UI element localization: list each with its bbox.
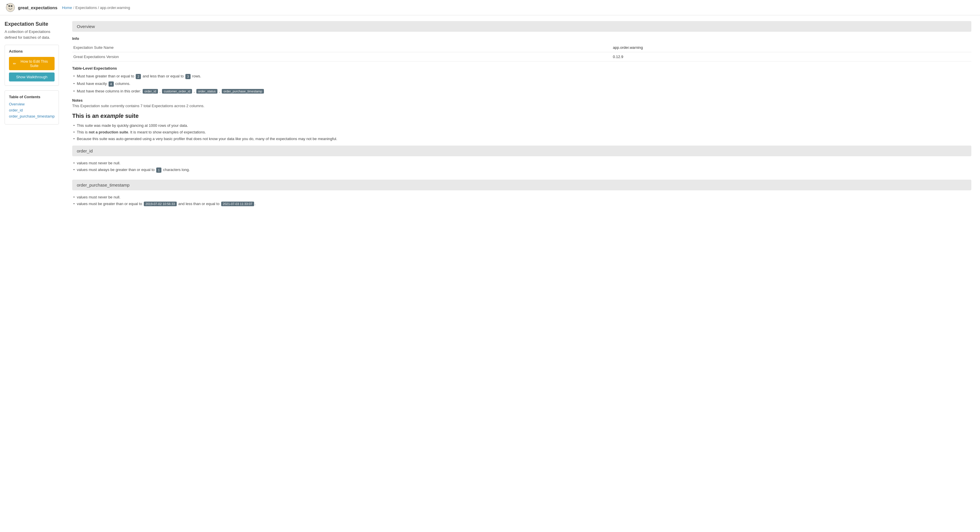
example-list: This suite was made by quickly glancing … bbox=[72, 122, 971, 142]
info-label: Info bbox=[72, 37, 971, 41]
toc-item-order-id[interactable]: order_id bbox=[9, 108, 54, 112]
table-row: Great Expectations Version 0.12.9 bbox=[72, 52, 971, 62]
svg-point-2 bbox=[11, 5, 13, 7]
badge-date-start: 2019-07-02 10:56:33 bbox=[144, 202, 177, 206]
main-content: Overview Info Expectation Suite Name app… bbox=[64, 15, 980, 532]
badge-4: 4 bbox=[108, 81, 114, 87]
ge-version-key: Great Expectations Version bbox=[72, 52, 612, 62]
order-purchase-timestamp-list: values must never be null. values must b… bbox=[72, 194, 971, 207]
toc-box: Table of Contents Overview order_id orde… bbox=[5, 91, 59, 124]
toc-item-order-purchase-timestamp[interactable]: order_purchase_timestamp bbox=[9, 114, 54, 118]
logo-icon bbox=[6, 3, 15, 12]
toc-item-overview[interactable]: Overview bbox=[9, 102, 54, 106]
list-item: values must never be null. bbox=[72, 160, 971, 166]
sidebar-title: Expectation Suite bbox=[5, 21, 59, 27]
order-id-list: values must never be null. values must a… bbox=[72, 160, 971, 174]
edit-suite-label: How to Edit This Suite bbox=[18, 59, 51, 68]
example-title: This is an example suite bbox=[72, 113, 971, 119]
badge-customer-order-id: customer_order_id bbox=[162, 89, 192, 94]
badge-date-end: 2021-07-03 11:33:07 bbox=[221, 202, 254, 206]
order-purchase-timestamp-header: order_purchase_timestamp bbox=[72, 180, 971, 190]
breadcrumb-home[interactable]: Home bbox=[62, 5, 72, 10]
suite-name-value: app.order.warning bbox=[612, 43, 971, 52]
badge-order-purchase-timestamp: order_purchase_timestamp bbox=[222, 89, 264, 94]
table-level-list: Must have greater than or equal to 2 and… bbox=[72, 73, 971, 95]
overview-section-title: Overview bbox=[77, 24, 95, 29]
list-item: Must have greater than or equal to 2 and… bbox=[72, 73, 971, 80]
list-item: This suite was made by quickly glancing … bbox=[72, 122, 971, 129]
ge-version-value: 0.12.9 bbox=[612, 52, 971, 62]
breadcrumb-sep1: / bbox=[73, 5, 74, 10]
order-purchase-timestamp-title: order_purchase_timestamp bbox=[77, 183, 130, 188]
notes-section: Notes This Expectation suite currently c… bbox=[72, 98, 971, 108]
breadcrumb-path: Expectations / app.order.warning bbox=[75, 5, 130, 10]
list-item: Must have exactly 4 columns. bbox=[72, 80, 971, 88]
list-item: values must never be null. bbox=[72, 194, 971, 201]
walkthrough-label: Show Walkthrough bbox=[16, 75, 48, 79]
actions-title: Actions bbox=[9, 49, 54, 53]
info-table: Expectation Suite Name app.order.warning… bbox=[72, 43, 971, 62]
toc-title: Table of Contents bbox=[9, 95, 54, 99]
sidebar-description: A collection of Expectations defined for… bbox=[5, 29, 59, 40]
sidebar: Expectation Suite A collection of Expect… bbox=[0, 15, 64, 532]
logo-area: great_expectations bbox=[6, 3, 57, 12]
table-row: Expectation Suite Name app.order.warning bbox=[72, 43, 971, 52]
list-item: values must be greater than or equal to … bbox=[72, 201, 971, 207]
badge-1-chars: 1 bbox=[156, 167, 161, 173]
order-purchase-timestamp-section: order_purchase_timestamp values must nev… bbox=[72, 180, 971, 207]
logo-text: great_expectations bbox=[18, 5, 57, 10]
actions-box: Actions ✏ How to Edit This Suite Show Wa… bbox=[5, 45, 59, 86]
overview-header: Overview bbox=[72, 21, 971, 32]
notes-title: Notes bbox=[72, 98, 971, 102]
order-id-header: order_id bbox=[72, 146, 971, 156]
order-id-section: order_id values must never be null. valu… bbox=[72, 146, 971, 174]
show-walkthrough-button[interactable]: Show Walkthrough bbox=[9, 72, 54, 81]
list-item: Because this suite was auto-generated us… bbox=[72, 135, 971, 142]
svg-point-1 bbox=[8, 5, 10, 7]
suite-name-key: Expectation Suite Name bbox=[72, 43, 612, 52]
table-level-title: Table-Level Expectations bbox=[72, 66, 971, 70]
list-item: Must have these columns in this order: o… bbox=[72, 88, 971, 95]
overview-section: Overview Info Expectation Suite Name app… bbox=[72, 21, 971, 142]
notes-text: This Expectation suite currently contain… bbox=[72, 104, 971, 108]
badge-order-status: order_status bbox=[196, 89, 218, 94]
badge-order-id: order_id bbox=[143, 89, 158, 94]
edit-suite-button[interactable]: ✏ How to Edit This Suite bbox=[9, 57, 54, 70]
main-layout: Expectation Suite A collection of Expect… bbox=[0, 15, 980, 532]
pencil-icon: ✏ bbox=[13, 62, 16, 66]
badge-3: 3 bbox=[185, 74, 191, 79]
order-id-title: order_id bbox=[77, 148, 93, 153]
breadcrumb: Home / Expectations / app.order.warning bbox=[62, 5, 130, 10]
list-item: This is not a production suite. It is me… bbox=[72, 129, 971, 135]
list-item: values must always be greater than or eq… bbox=[72, 166, 971, 174]
badge-2: 2 bbox=[136, 74, 141, 79]
header: great_expectations Home / Expectations /… bbox=[0, 0, 980, 15]
